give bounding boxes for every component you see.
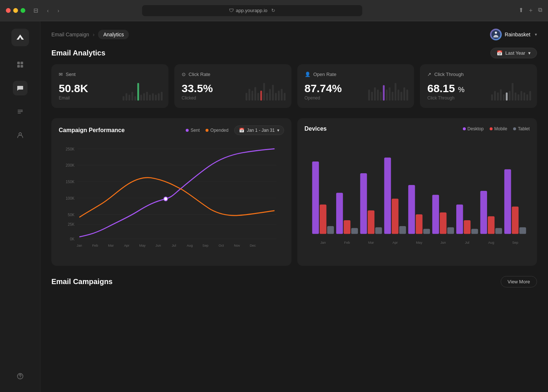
forward-button[interactable]: ›	[55, 6, 62, 15]
calendar-icon: 📅	[497, 50, 502, 56]
metric-icon: ↗	[427, 72, 431, 77]
sidebar-item-messages[interactable]	[13, 81, 28, 95]
tabs-icon[interactable]: ⧉	[538, 7, 542, 14]
svg-rect-65	[519, 227, 526, 234]
mini-bar	[518, 94, 519, 101]
svg-rect-44	[351, 228, 358, 234]
browser-actions: ⬆ ＋ ⧉	[519, 7, 542, 14]
mini-bar	[371, 92, 373, 101]
mini-bar	[161, 92, 163, 101]
svg-text:Sep: Sep	[512, 240, 518, 244]
charts-row: Campaign Performance SentOpended 📅 Jan 1…	[51, 118, 537, 266]
devices-legend-item-tablet: Tablet	[513, 126, 530, 131]
devices-legend-dot	[463, 127, 466, 130]
minimize-button[interactable]	[13, 8, 18, 13]
traffic-lights	[6, 8, 25, 13]
sidebar-item-tasks[interactable]	[13, 104, 28, 119]
mini-bar	[266, 93, 268, 101]
breadcrumb-parent[interactable]: Email Campaign	[51, 32, 89, 37]
sidebar-toggle-button[interactable]: ⊟	[31, 6, 40, 15]
app-container: Email Campaign › Analytics Rainbasket ▾ …	[0, 21, 548, 392]
mini-bar	[278, 91, 280, 101]
svg-text:Dec: Dec	[250, 243, 256, 247]
svg-text:May: May	[139, 243, 146, 247]
svg-rect-55	[440, 213, 446, 234]
metric-name: Click Through	[434, 72, 464, 77]
analytics-section-header: Email Analytics 📅 Last Year ▾	[51, 48, 537, 58]
analytics-title: Email Analytics	[51, 49, 105, 57]
devices-chart-title: Devices	[305, 126, 327, 132]
campaign-chart-header: Campaign Performance SentOpended 📅 Jan 1…	[59, 126, 284, 135]
sidebar-item-dashboard[interactable]	[13, 57, 28, 72]
mini-bar	[251, 91, 253, 101]
date-range-filter[interactable]: 📅 Jan 1 - Jan 31 ▾	[234, 126, 284, 135]
breadcrumb-current[interactable]: Analytics	[98, 30, 129, 39]
mini-bar	[491, 94, 493, 101]
svg-text:0K: 0K	[70, 237, 75, 241]
chevron-down-icon: ▾	[535, 32, 537, 37]
share-icon[interactable]: ⬆	[519, 7, 523, 14]
svg-rect-56	[447, 227, 454, 234]
mini-bar	[380, 92, 382, 101]
email-campaigns-section: Email Campaigns View More	[51, 276, 537, 287]
app-logo[interactable]	[11, 29, 29, 46]
mini-bar	[284, 93, 286, 101]
mini-bar	[143, 93, 145, 101]
mini-bar	[374, 87, 376, 101]
devices-chart-container: Jan Feb Mar Apr May Jun Jul Aug Sep	[305, 138, 530, 255]
svg-text:Apr: Apr	[392, 240, 398, 244]
view-more-button[interactable]: View More	[501, 276, 537, 287]
legend-item-opended: Opended	[206, 128, 228, 133]
user-menu[interactable]: Rainbasket ▾	[490, 29, 537, 40]
user-name: Rainbasket	[505, 32, 530, 37]
mini-bar	[403, 87, 405, 101]
svg-text:Oct: Oct	[219, 243, 224, 247]
main-content: Email Campaign › Analytics Rainbasket ▾ …	[40, 21, 548, 392]
add-tab-icon[interactable]: ＋	[528, 7, 534, 14]
mini-bar	[281, 89, 283, 101]
mini-bar	[494, 91, 496, 101]
mini-bar	[140, 95, 142, 101]
svg-text:Aug: Aug	[488, 240, 494, 244]
maximize-button[interactable]	[21, 8, 25, 13]
mini-chart	[368, 82, 408, 101]
sidebar	[0, 21, 40, 392]
svg-rect-46	[367, 210, 374, 234]
mini-bar	[368, 90, 370, 101]
mini-bar	[137, 83, 139, 101]
legend-dot	[186, 129, 189, 132]
svg-text:100K: 100K	[66, 196, 75, 200]
svg-text:Sep: Sep	[203, 243, 208, 247]
svg-text:Jun: Jun	[156, 243, 161, 247]
mini-bar	[123, 96, 124, 101]
svg-text:Apr: Apr	[124, 243, 129, 247]
address-bar[interactable]: 🛡 app.yourapp.io ↻	[142, 5, 362, 16]
svg-rect-43	[344, 220, 350, 234]
filter-label: Last Year	[505, 50, 525, 56]
back-button[interactable]: ‹	[45, 6, 51, 15]
mini-bar	[131, 92, 133, 101]
svg-rect-50	[399, 226, 406, 234]
sidebar-item-profile[interactable]	[13, 128, 28, 142]
mini-bar	[155, 95, 157, 101]
mini-chart	[491, 82, 531, 101]
devices-legend-label: Desktop	[468, 126, 484, 131]
svg-rect-62	[495, 228, 502, 234]
sidebar-item-help[interactable]	[14, 370, 27, 385]
date-range-label: Jan 1 - Jan 31	[247, 128, 275, 133]
metric-card-click-rate: ⊙ Click Rate 33.5% Clicked	[174, 64, 291, 108]
metric-name: Open Rate	[313, 72, 337, 77]
svg-rect-42	[336, 193, 342, 234]
close-button[interactable]	[6, 8, 11, 13]
svg-text:50K: 50K	[68, 213, 75, 217]
svg-text:250K: 250K	[66, 147, 75, 151]
time-filter-dropdown[interactable]: 📅 Last Year ▾	[490, 48, 537, 58]
svg-rect-51	[408, 185, 415, 234]
browser-chrome: ⊟ ‹ › 🛡 app.yourapp.io ↻ ⬆ ＋ ⧉	[0, 0, 548, 21]
nav-icons	[13, 57, 28, 359]
mini-bar	[158, 93, 160, 101]
svg-rect-48	[384, 157, 391, 234]
campaign-performance-card: Campaign Performance SentOpended 📅 Jan 1…	[51, 118, 291, 266]
mini-bar	[263, 83, 265, 101]
campaign-legend: SentOpended	[186, 128, 228, 133]
